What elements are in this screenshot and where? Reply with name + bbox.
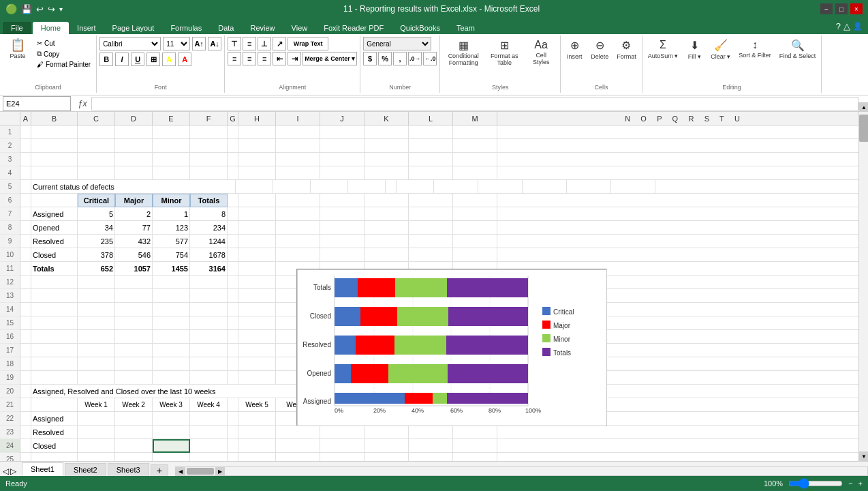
tab-review[interactable]: Review [242,22,283,34]
font-grow-button[interactable]: A↑ [192,37,206,50]
week-row-closed[interactable]: Closed [31,439,78,453]
align-right-button[interactable]: ≡ [258,52,271,65]
row-label-opened[interactable]: Opened [31,221,78,235]
align-bottom-button[interactable]: ⊥ [258,37,271,50]
tab-home[interactable]: Home [33,22,69,34]
increase-decimal-button[interactable]: .0→ [408,52,422,65]
section-title[interactable]: Current status of defects [31,180,236,194]
insert-button[interactable]: ⊕ Insert [563,37,585,62]
col-header-c[interactable]: C [78,112,115,125]
quick-undo[interactable]: ↩ [36,4,44,14]
col-header-j[interactable]: J [320,112,365,125]
font-shrink-button[interactable]: A↓ [208,37,221,50]
cell-styles-button[interactable]: Aa Cell Styles [525,37,557,68]
help-icon[interactable]: ? [836,21,841,31]
row-label-closed[interactable]: Closed [31,248,78,262]
sort-filter-button[interactable]: ↕ Sort & Filter [736,37,774,61]
sheet-tab-1[interactable]: Sheet1 [22,462,63,476]
horizontal-scrollbar[interactable]: ◀ ▶ [175,466,868,476]
cell-assigned-totals[interactable]: 8 [190,207,228,221]
borders-button[interactable]: ⊞ [146,53,160,66]
autosum-button[interactable]: Σ AutoSum ▾ [645,37,681,61]
fill-color-button[interactable]: A [162,53,176,66]
formula-input[interactable] [91,97,858,110]
decrease-decimal-button[interactable]: ←.0 [423,52,437,65]
zoom-out-button[interactable]: − [848,479,852,488]
col-header-a[interactable]: A [20,112,31,125]
chart[interactable]: Totals Closed Resolved Opened Assigned 0… [296,269,606,426]
sheet-nav-right[interactable]: ▷ [10,466,16,476]
tab-data[interactable]: Data [210,22,242,34]
bold-button[interactable]: B [99,53,113,66]
format-button[interactable]: ⚙ Format [614,37,639,62]
vertical-scrollbar[interactable]: ▲ ▼ [858,102,868,461]
font-color-button[interactable]: A [178,53,191,66]
tab-insert[interactable]: Insert [69,22,104,34]
col-header-h[interactable]: H [238,112,276,125]
cut-button[interactable]: ✂ Cut [34,39,93,48]
row-label-resolved[interactable]: Resolved [31,235,78,248]
conditional-formatting-button[interactable]: ▦ Conditional Formatting [443,37,484,69]
align-center-button[interactable]: ≡ [243,52,256,65]
row-label-totals[interactable]: Totals [31,262,78,276]
week-row-assigned[interactable]: Assigned [31,412,78,426]
col-header-m[interactable]: M [453,112,497,125]
tab-page-layout[interactable]: Page Layout [104,22,163,34]
quick-save[interactable]: 💾 [21,4,32,14]
currency-button[interactable]: $ [363,52,377,65]
tab-foxit[interactable]: Foxit Reader PDF [315,22,392,34]
col-header-rest[interactable]: N O P Q R S T U [497,112,868,125]
cell-assigned-minor[interactable]: 1 [153,207,190,221]
col-header-i[interactable]: I [276,112,320,125]
cell-assigned-critical[interactable]: 5 [78,207,115,221]
minimize-button[interactable]: − [820,3,833,14]
underline-button[interactable]: U [131,53,144,66]
signin-icon[interactable]: 👤 [853,22,863,31]
header-totals[interactable]: Totals [190,194,228,207]
add-sheet-button[interactable]: + [151,464,168,476]
font-name-select[interactable]: Calibri [99,37,161,50]
sheet-tab-2[interactable]: Sheet2 [65,463,106,476]
close-button[interactable]: × [850,3,863,14]
tab-quickbooks[interactable]: QuickBooks [392,22,448,34]
merge-center-button[interactable]: Merge & Center ▾ [303,52,357,65]
ribbon-minimize-icon[interactable]: △ [843,21,850,31]
tab-formulas[interactable]: Formulas [162,22,210,34]
col-header-f[interactable]: F [190,112,228,125]
number-format-select[interactable]: General [363,37,431,50]
col-header-e[interactable]: E [153,112,190,125]
row-label-assigned[interactable]: Assigned [31,207,78,221]
col-header-l[interactable]: L [409,112,453,125]
col-header-g[interactable]: G [228,112,238,125]
find-select-button[interactable]: 🔍 Find & Select [777,37,819,62]
tab-view[interactable]: View [283,22,316,34]
selected-cell-e24[interactable] [153,439,190,453]
header-minor[interactable]: Minor [153,194,190,207]
col-header-k[interactable]: K [365,112,409,125]
cell-assigned-major[interactable]: 2 [115,207,153,221]
name-box[interactable] [3,96,71,111]
fill-button[interactable]: ⬇ Fill ▾ [683,37,705,62]
angle-text-button[interactable]: ↗ [273,37,286,50]
week-row-resolved[interactable]: Resolved [31,426,78,439]
zoom-slider[interactable] [788,479,843,488]
italic-button[interactable]: I [115,53,129,66]
sheet-nav-left[interactable]: ◁ [3,466,9,476]
wrap-text-button[interactable]: Wrap Text [288,37,328,50]
col-header-b[interactable]: B [31,112,78,125]
align-middle-button[interactable]: ≡ [243,37,256,50]
quick-redo[interactable]: ↪ [48,4,55,14]
percent-button[interactable]: % [378,52,392,65]
format-painter-button[interactable]: 🖌 Format Painter [34,60,93,69]
decrease-indent-button[interactable]: ⇤ [273,52,286,65]
paste-button[interactable]: 📋 Paste [3,37,33,62]
header-major[interactable]: Major [115,194,153,207]
delete-button[interactable]: ⊖ Delete [588,37,611,62]
clear-button[interactable]: 🧹 Clear ▾ [708,37,733,62]
zoom-in-button[interactable]: + [858,479,863,488]
align-left-button[interactable]: ≡ [228,52,241,65]
format-as-table-button[interactable]: ⊞ Format as Table [486,37,522,69]
sheet-tab-3[interactable]: Sheet3 [108,463,149,476]
increase-indent-button[interactable]: ⇥ [288,52,301,65]
maximize-button[interactable]: □ [835,3,848,14]
